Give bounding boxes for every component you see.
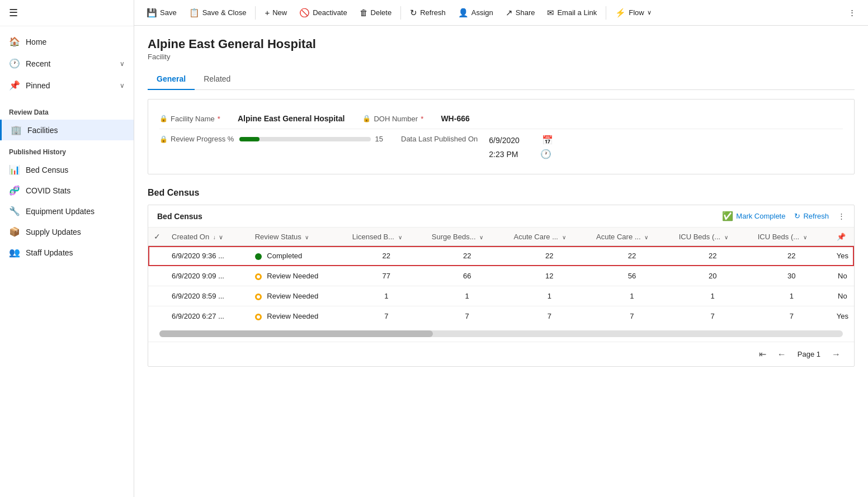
col-header-review-status[interactable]: Review Status ∨ <box>249 228 347 246</box>
prev-page-button[interactable]: ← <box>773 347 791 362</box>
col-filter-icon-4[interactable]: ∨ <box>479 234 483 240</box>
review-data-section-title: Review Data <box>0 101 134 120</box>
table-row[interactable]: 6/9/2020 9:09 ... Review Needed 77 66 12… <box>148 266 854 286</box>
col-header-licensed-beds[interactable]: Licensed B... ∨ <box>347 228 426 246</box>
sidebar-item-home-label: Home <box>26 37 125 46</box>
facility-name-field: 🔒 Facility Name * Alpine East General Ho… <box>159 114 345 123</box>
sidebar-nav: 🏠 Home 🕐 Recent ∨ 📌 Pinned ∨ <box>0 26 134 101</box>
col-header-surge-beds[interactable]: Surge Beds... ∨ <box>426 228 508 246</box>
home-icon: 🏠 <box>9 36 20 47</box>
sidebar-item-equipment-updates[interactable]: 🔧 Equipment Updates <box>0 201 134 221</box>
row-created-on: 6/9/2020 9:36 ... <box>166 246 249 266</box>
col-filter-icon-7[interactable]: ∨ <box>724 234 728 240</box>
refresh-label: Refresh <box>420 8 446 17</box>
sidebar-item-staff-updates[interactable]: 👥 Staff Updates <box>0 242 134 263</box>
deactivate-button[interactable]: 🚫 Deactivate <box>294 4 352 21</box>
scrollbar-thumb <box>159 330 433 337</box>
table-header-row: ✓ Created On ↓ ∨ Review Status ∨ <box>148 228 854 246</box>
assign-button[interactable]: 👤 Assign <box>452 4 499 21</box>
row-check[interactable] <box>148 266 166 286</box>
bed-census-refresh-button[interactable]: ↻ Refresh <box>794 212 829 220</box>
toolbar: 💾 Save 📋 Save & Close + New 🚫 Deactivate… <box>134 0 868 26</box>
row-surge-beds: 66 <box>426 266 508 286</box>
row-check[interactable] <box>148 286 166 306</box>
col-filter-icon-8[interactable]: ∨ <box>803 234 807 240</box>
sidebar-header: ☰ <box>0 0 134 26</box>
flow-button[interactable]: ⚡ Flow ∨ <box>610 4 657 21</box>
sidebar-item-recent-label: Recent <box>26 59 114 68</box>
col-filter-icon-3[interactable]: ∨ <box>398 234 402 240</box>
first-page-button[interactable]: ⇤ <box>754 347 771 362</box>
table-row[interactable]: 6/9/2020 6:27 ... Review Needed 7 7 7 7 … <box>148 306 854 326</box>
page-subtitle: Facility <box>148 53 855 61</box>
bed-census-more-button[interactable]: ⋮ <box>838 212 845 220</box>
share-button[interactable]: ↗ Share <box>500 4 541 21</box>
progress-container: 15 <box>239 135 383 143</box>
save-close-button[interactable]: 📋 Save & Close <box>183 4 252 21</box>
row-acute-care-1: 1 <box>508 286 591 306</box>
col-header-icu-beds-2[interactable]: ICU Beds (... ∨ <box>752 228 831 246</box>
facility-name-value[interactable]: Alpine East General Hospital <box>238 114 345 123</box>
hamburger-icon[interactable]: ☰ <box>9 7 18 18</box>
row-status: Review Needed <box>249 286 347 306</box>
col-header-icu-beds-1[interactable]: ICU Beds (... ∨ <box>673 228 752 246</box>
sidebar-item-facilities[interactable]: 🏢 Facilities <box>0 120 134 140</box>
col-filter-icon-5[interactable]: ∨ <box>562 234 566 240</box>
row-created-on: 6/9/2020 8:59 ... <box>166 286 249 306</box>
mark-complete-button[interactable]: ✅ Mark Complete <box>722 211 785 221</box>
page-label: Page 1 <box>793 350 825 358</box>
sidebar: ☰ 🏠 Home 🕐 Recent ∨ 📌 Pinned ∨ Review Da… <box>0 0 134 497</box>
row-check[interactable] <box>148 306 166 326</box>
calendar-icon[interactable]: 📅 <box>542 135 553 145</box>
row-icu-beds-1: 7 <box>673 306 752 326</box>
deactivate-icon: 🚫 <box>299 8 310 18</box>
refresh-button[interactable]: ↻ Refresh <box>404 4 451 21</box>
col-filter-icon-2[interactable]: ∨ <box>305 234 309 240</box>
tab-general[interactable]: General <box>148 70 195 90</box>
separator-2 <box>400 6 401 20</box>
check-circle-icon: ✅ <box>722 211 733 221</box>
col-header-created-on[interactable]: Created On ↓ ∨ <box>166 228 249 246</box>
table-row[interactable]: 6/9/2020 8:59 ... Review Needed 1 1 1 1 … <box>148 286 854 306</box>
row-last-col: Yes <box>831 306 854 326</box>
required-star-1: * <box>218 115 220 123</box>
col-header-acute-care-1[interactable]: Acute Care ... ∨ <box>508 228 591 246</box>
row-licensed-beds: 1 <box>347 286 426 306</box>
tab-related[interactable]: Related <box>195 70 239 90</box>
bed-census-table-wrapper: ✓ Created On ↓ ∨ Review Status ∨ <box>148 228 854 326</box>
table-row[interactable]: 6/9/2020 9:36 ... Completed 22 22 22 22 … <box>148 246 854 266</box>
sidebar-item-home[interactable]: 🏠 Home <box>0 31 134 53</box>
publish-datetime: 6/9/2020 📅 2:23 PM 🕐 <box>489 135 553 159</box>
tabs: General Related <box>148 70 855 90</box>
row-last-col: Yes <box>831 246 854 266</box>
email-link-button[interactable]: ✉ Email a Link <box>541 4 602 21</box>
row-surge-beds: 7 <box>426 306 508 326</box>
doh-number-field: 🔒 DOH Number * WH-666 <box>362 114 530 123</box>
chevron-down-icon-2: ∨ <box>120 82 125 89</box>
more-options-button[interactable]: ⋮ <box>843 5 861 20</box>
col-filter-icon[interactable]: ∨ <box>219 234 223 240</box>
sidebar-item-pinned-label: Pinned <box>26 81 114 90</box>
flow-icon: ⚡ <box>615 8 626 18</box>
save-button[interactable]: 💾 Save <box>141 4 182 21</box>
horizontal-scrollbar[interactable] <box>159 330 843 337</box>
col-filter-icon-6[interactable]: ∨ <box>644 234 648 240</box>
clock-icon[interactable]: 🕐 <box>540 149 551 159</box>
row-check[interactable] <box>148 246 166 266</box>
sidebar-item-pinned[interactable]: 📌 Pinned ∨ <box>0 74 134 96</box>
sidebar-item-bed-census[interactable]: 📊 Bed Census <box>0 159 134 180</box>
supply-icon: 📦 <box>9 226 20 237</box>
content-area: Alpine East General Hospital Facility Ge… <box>134 26 868 497</box>
new-button[interactable]: + New <box>259 4 293 21</box>
row-icu-beds-2: 22 <box>752 246 831 266</box>
sidebar-item-supply-updates[interactable]: 📦 Supply Updates <box>0 221 134 242</box>
delete-button[interactable]: 🗑 Delete <box>354 4 398 21</box>
col-header-acute-care-2[interactable]: Acute Care ... ∨ <box>591 228 673 246</box>
next-page-button[interactable]: → <box>827 347 845 362</box>
row-acute-care-2: 1 <box>591 286 673 306</box>
doh-number-value[interactable]: WH-666 <box>441 114 469 123</box>
separator-3 <box>606 6 606 20</box>
sidebar-item-recent[interactable]: 🕐 Recent ∨ <box>0 53 134 74</box>
sidebar-item-covid-stats[interactable]: 🧬 COVID Stats <box>0 180 134 201</box>
row-acute-care-2: 22 <box>591 246 673 266</box>
